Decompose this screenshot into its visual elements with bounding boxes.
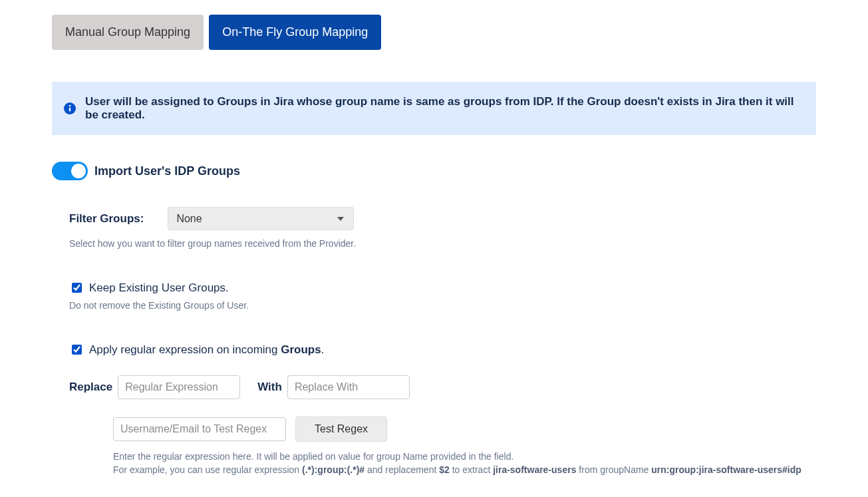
- tab-bar: Manual Group Mapping On-The Fly Group Ma…: [52, 15, 816, 50]
- filter-groups-label: Filter Groups:: [69, 212, 144, 226]
- regex-replacement-input[interactable]: [287, 375, 410, 399]
- regex-pattern-input[interactable]: [118, 375, 240, 399]
- apply-regex-label: Apply regular expression on incoming Gro…: [89, 343, 324, 357]
- tab-on-the-fly-group-mapping[interactable]: On-The Fly Group Mapping: [209, 15, 381, 50]
- with-label: With: [257, 381, 282, 394]
- regex-test-input[interactable]: [113, 417, 286, 441]
- info-banner-text: User will be assigned to Groups in Jira …: [85, 95, 804, 122]
- regex-help-text: Enter the regular expression here. It wi…: [69, 451, 816, 475]
- tab-manual-group-mapping[interactable]: Manual Group Mapping: [52, 15, 204, 50]
- info-icon: [64, 102, 76, 114]
- filter-groups-helper: Select how you want to filter group name…: [69, 238, 816, 249]
- keep-existing-groups-helper: Do not remove the Existing Groups of Use…: [69, 300, 816, 311]
- import-idp-groups-label: Import User's IDP Groups: [94, 164, 240, 178]
- replace-label: Replace: [69, 381, 112, 394]
- test-regex-button[interactable]: Test Regex: [295, 416, 387, 442]
- svg-point-1: [69, 105, 71, 107]
- filter-groups-select[interactable]: None: [168, 207, 354, 230]
- import-idp-groups-toggle[interactable]: [52, 162, 88, 180]
- keep-existing-groups-checkbox[interactable]: [72, 283, 82, 293]
- info-banner: User will be assigned to Groups in Jira …: [52, 82, 816, 135]
- svg-rect-2: [69, 108, 71, 112]
- toggle-knob: [71, 164, 86, 178]
- apply-regex-checkbox[interactable]: [72, 345, 82, 355]
- keep-existing-groups-label: Keep Existing User Groups.: [89, 281, 229, 295]
